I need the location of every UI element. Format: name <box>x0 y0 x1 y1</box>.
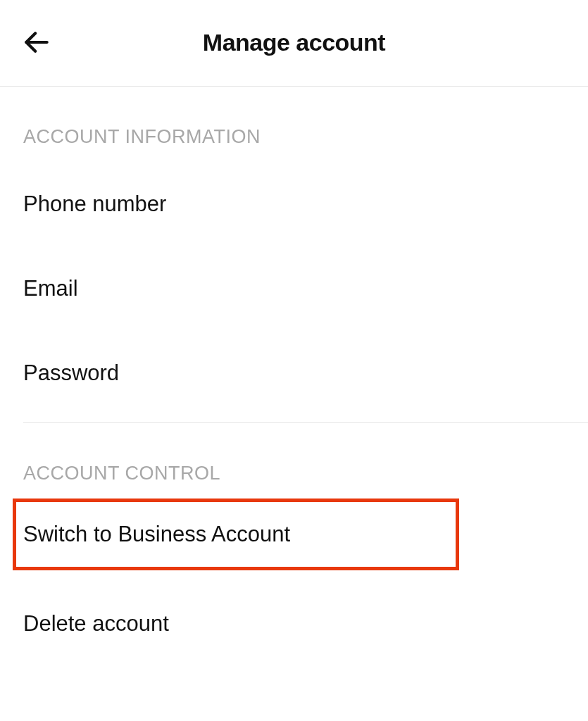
header: Manage account <box>0 0 588 87</box>
list-item-switch-business[interactable]: Switch to Business Account <box>13 499 459 570</box>
list-item-password[interactable]: Password <box>23 331 565 415</box>
section-header-account-control: ACCOUNT CONTROL <box>23 463 565 484</box>
section-header-account-information: ACCOUNT INFORMATION <box>23 126 565 148</box>
list-item-email[interactable]: Email <box>23 246 565 331</box>
list-item-delete-account[interactable]: Delete account <box>23 582 565 666</box>
list-item-phone-number[interactable]: Phone number <box>23 162 565 246</box>
page-title: Manage account <box>203 29 385 56</box>
back-arrow-icon[interactable] <box>21 27 52 58</box>
list-item-switch-business-label: Switch to Business Account <box>23 522 449 547</box>
section-divider <box>23 422 588 423</box>
content-area: ACCOUNT INFORMATION Phone number Email P… <box>0 126 588 666</box>
